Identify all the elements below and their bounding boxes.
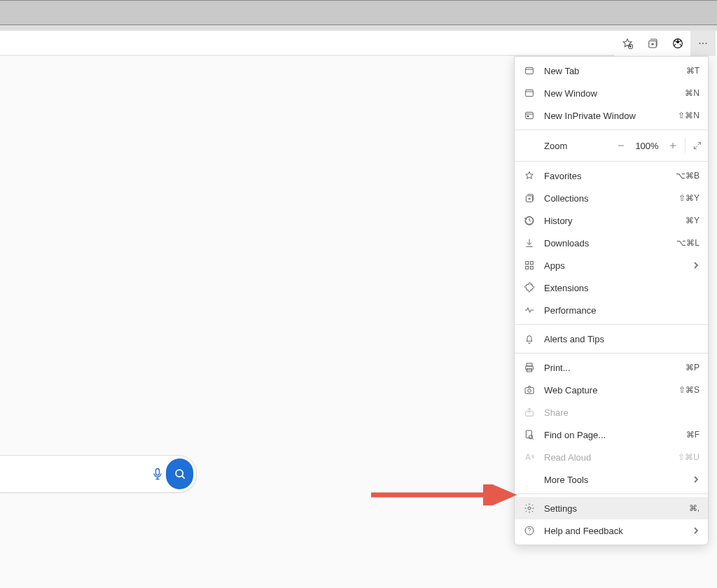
- menu-shortcut: ⇧⌘N: [678, 111, 699, 120]
- menu-separator: [515, 324, 708, 325]
- menu-shortcut: ⌘P: [685, 363, 699, 372]
- plus-icon: [668, 141, 678, 150]
- overflow-menu: New Tab ⌘T New Window ⌘N New InPrivate W…: [514, 56, 709, 545]
- search-button[interactable]: [166, 458, 193, 489]
- search-icon: [173, 467, 187, 481]
- menu-label: Favorites: [544, 171, 670, 181]
- menu-label: Downloads: [544, 238, 671, 248]
- menu-separator: [515, 130, 708, 130]
- svg-rect-17: [526, 266, 529, 269]
- menu-print[interactable]: Print... ⌘P: [515, 356, 708, 379]
- heartbeat-icon: [523, 304, 536, 316]
- menu-separator: [515, 161, 708, 162]
- menu-label: More Tools: [544, 475, 692, 485]
- collections-icon: [646, 37, 659, 50]
- svg-point-5: [706, 43, 707, 44]
- bell-icon: [523, 332, 536, 345]
- tab-strip: [0, 25, 717, 31]
- search-bar: [0, 455, 197, 493]
- menu-find-on-page[interactable]: Find on Page... ⌘F: [515, 424, 708, 446]
- svg-rect-12: [527, 115, 529, 117]
- menu-shortcut: ⌘N: [685, 88, 699, 98]
- read-aloud-icon: [523, 451, 536, 463]
- menu-shortcut: ⇧⌘Y: [678, 193, 699, 203]
- svg-rect-16: [530, 262, 533, 265]
- menu-collections[interactable]: Collections ⇧⌘Y: [515, 187, 708, 209]
- download-icon: [523, 237, 536, 249]
- fullscreen-icon: [692, 141, 702, 150]
- browser-toolbar: [0, 31, 717, 56]
- menu-shortcut: ⌘F: [686, 430, 699, 440]
- menu-shortcut: ⌘T: [686, 66, 699, 76]
- fullscreen-button[interactable]: [687, 133, 708, 158]
- menu-new-window[interactable]: New Window ⌘N: [515, 82, 708, 104]
- menu-more-tools[interactable]: More Tools: [515, 468, 708, 491]
- more-icon: [697, 37, 709, 50]
- inprivate-icon: [523, 109, 536, 122]
- menu-apps[interactable]: Apps: [515, 254, 708, 276]
- menu-label: Find on Page...: [544, 430, 681, 440]
- menu-label: Help and Feedback: [544, 526, 692, 536]
- menu-share: Share: [515, 401, 708, 424]
- menu-shortcut: ⌘Y: [685, 216, 699, 225]
- svg-point-3: [699, 43, 701, 44]
- zoom-label: Zoom: [544, 141, 611, 151]
- menu-label: Performance: [544, 305, 699, 316]
- svg-point-26: [529, 435, 532, 439]
- menu-favorites[interactable]: Favorites ⌥⌘B: [515, 164, 708, 187]
- profile-button[interactable]: [665, 31, 690, 56]
- search-input[interactable]: [0, 456, 148, 492]
- collections-button[interactable]: [640, 31, 665, 56]
- share-icon: [523, 406, 536, 419]
- menu-extensions[interactable]: Extensions: [515, 276, 708, 299]
- menu-web-capture[interactable]: Web Capture ⇧⌘S: [515, 379, 708, 401]
- menu-label: Read Aloud: [544, 452, 672, 463]
- browser-content: New Tab ⌘T New Window ⌘N New InPrivate W…: [0, 56, 717, 588]
- svg-point-29: [529, 533, 529, 533]
- menu-read-aloud: Read Aloud ⇧⌘U: [515, 446, 708, 468]
- puzzle-icon: [523, 281, 536, 294]
- printer-icon: [523, 361, 536, 374]
- star-icon: [523, 169, 536, 182]
- menu-help-and-feedback[interactable]: Help and Feedback: [515, 519, 708, 542]
- menu-downloads[interactable]: Downloads ⌥⌘L: [515, 232, 708, 254]
- menu-settings[interactable]: Settings ⌘,: [515, 497, 708, 519]
- soccer-ball-icon: [671, 37, 684, 50]
- star-add-icon: [621, 37, 634, 50]
- menu-label: Extensions: [544, 283, 699, 293]
- menu-label: Alerts and Tips: [544, 334, 699, 344]
- menu-alerts-and-tips[interactable]: Alerts and Tips: [515, 328, 708, 350]
- menu-shortcut: ⌥⌘B: [676, 171, 699, 181]
- add-favorite-button[interactable]: [615, 31, 640, 56]
- zoom-out-button[interactable]: [611, 133, 632, 158]
- more-button[interactable]: [690, 31, 716, 56]
- svg-rect-11: [526, 112, 534, 118]
- menu-label: Share: [544, 407, 699, 418]
- menu-label: History: [544, 216, 680, 226]
- menu-label: New InPrivate Window: [544, 111, 672, 121]
- menu-new-tab[interactable]: New Tab ⌘T: [515, 59, 708, 82]
- window-titlebar: [0, 0, 717, 25]
- menu-separator: [515, 353, 708, 354]
- menu-new-inprivate-window[interactable]: New InPrivate Window ⇧⌘N: [515, 104, 708, 127]
- voice-search-button[interactable]: [148, 456, 166, 492]
- find-icon: [523, 428, 536, 441]
- svg-rect-6: [155, 469, 159, 475]
- svg-point-7: [176, 470, 183, 477]
- svg-rect-18: [530, 266, 533, 269]
- menu-history[interactable]: History ⌘Y: [515, 209, 708, 232]
- svg-point-27: [528, 507, 531, 510]
- address-bar-area[interactable]: [0, 31, 615, 56]
- svg-rect-22: [525, 388, 534, 394]
- menu-label: Print...: [544, 363, 680, 373]
- menu-label: New Tab: [544, 66, 681, 76]
- svg-rect-15: [526, 262, 529, 265]
- zoom-in-button[interactable]: [662, 133, 683, 158]
- chevron-right-icon: [692, 526, 699, 536]
- menu-performance[interactable]: Performance: [515, 299, 708, 321]
- zoom-divider: [685, 139, 685, 153]
- svg-rect-9: [526, 67, 534, 74]
- menu-label: New Window: [544, 88, 679, 99]
- svg-point-23: [528, 389, 531, 393]
- microphone-icon: [151, 467, 165, 481]
